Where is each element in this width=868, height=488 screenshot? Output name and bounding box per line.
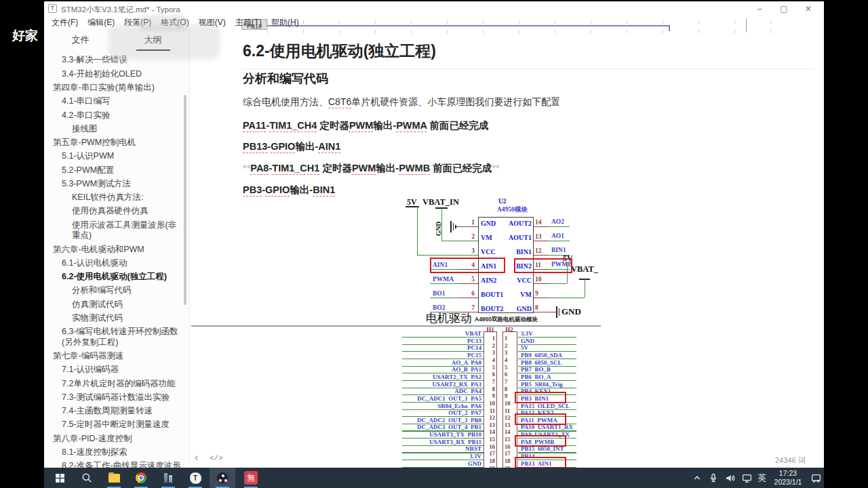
taskbar-file-explorer[interactable] xyxy=(101,468,127,488)
outline-item[interactable]: 5.2-PWM配置 xyxy=(44,163,189,177)
outline-item[interactable]: 7.3-测试编码器计数溢出实验 xyxy=(44,390,189,404)
outline-item[interactable]: 6.3-编写电机转速开环控制函数(另外复制工程) xyxy=(44,325,189,350)
source-code-mode-icon[interactable]: </> xyxy=(210,454,223,462)
outline-item[interactable]: 7.5-定时器中断定时测量速度 xyxy=(44,418,189,432)
outline-item[interactable]: 4.1-串口编写 xyxy=(44,95,189,108)
titlebar[interactable]: T STM32小车V3.1笔记.md* - Typora – ▢ ✕ xyxy=(44,1,824,16)
outline-item[interactable]: 4.2-串口实验 xyxy=(44,108,189,122)
h2-pin-number: 6 xyxy=(505,371,515,378)
power-label-vbat-right: VBAT_ xyxy=(571,264,598,274)
wire-5vr-h xyxy=(548,283,567,284)
outline-item[interactable]: 7.4-主函数周期测量转速 xyxy=(44,405,189,418)
intro-paragraph: 综合电机使用方法、C8T6单片机硬件资源、小车原理图我们要进行如下配置 xyxy=(243,96,560,108)
misspelled-text: AIN1 xyxy=(318,141,340,152)
outline-item[interactable]: 使用示波器工具测量波形(非重点) xyxy=(44,218,189,243)
tray-ime-language[interactable]: 英 xyxy=(755,468,770,488)
outline-item[interactable]: 5.1-认识PWM xyxy=(44,150,189,163)
h1-pin-number: 11 xyxy=(485,407,495,414)
tray-notifications[interactable] xyxy=(808,468,824,488)
misspelled-text: BIN1 xyxy=(313,184,335,195)
pin-lead xyxy=(534,241,548,241)
clock-date: 2023/1/1 xyxy=(774,478,802,487)
h2-row-label: PB5 SR04_Trig xyxy=(521,381,563,388)
taskbar-chrome[interactable] xyxy=(128,468,154,488)
text-segment: 定时器 xyxy=(317,120,349,131)
maximize-button[interactable]: ▢ xyxy=(774,3,794,14)
menu-item-帮助[interactable]: 帮助(H) xyxy=(268,16,302,28)
highlight-box xyxy=(515,457,566,468)
h2-row-label: PB9 6050_SDA xyxy=(521,352,562,359)
pin-number: 6 xyxy=(462,290,475,297)
outline-item[interactable]: 8.2-准备工作-曲线显示速度波形 xyxy=(44,460,189,468)
taskbar-search-button[interactable] xyxy=(74,468,100,488)
menu-item-文件[interactable]: 文件(F) xyxy=(48,16,81,28)
chip-pin-name: BIN1 xyxy=(488,248,532,256)
h2-pin-number: 1 xyxy=(505,335,515,342)
taskbar-wu-app[interactable]: 無 xyxy=(238,468,264,488)
tray-microphone[interactable] xyxy=(706,468,721,488)
h1-row-label: PC15 xyxy=(393,352,481,359)
keil-icon xyxy=(163,472,174,483)
tray-volume[interactable] xyxy=(722,468,737,488)
outline-item[interactable]: 8.1-速度控制探索 xyxy=(44,446,189,460)
h1-pin-number: 10 xyxy=(485,400,495,407)
sidebar-tab-文件[interactable]: 文件 xyxy=(44,28,117,50)
close-button[interactable]: ✕ xyxy=(798,3,818,14)
pin-lead xyxy=(534,226,548,227)
gnd-label-left: GND xyxy=(435,222,442,236)
tray-clock[interactable]: 17:23 2023/1/1 xyxy=(770,468,806,488)
taskbar-keil[interactable] xyxy=(155,468,181,488)
outline-item[interactable]: 3.4-开始初始化OLED xyxy=(44,67,189,81)
h1-row-label: AO_A PA0 xyxy=(393,359,481,366)
sidebar-scrollbar[interactable] xyxy=(184,95,186,305)
menu-item-主题[interactable]: 主题(T) xyxy=(232,16,265,28)
outline-item[interactable]: 第四章-串口实验(简单输出) xyxy=(44,81,189,95)
outline-item[interactable]: 接线图 xyxy=(44,122,189,136)
tray-expand-chevron[interactable] xyxy=(690,468,705,488)
tray-display[interactable] xyxy=(739,468,754,488)
gnd-wire-right xyxy=(534,312,556,312)
typora-icon: T xyxy=(190,472,201,484)
outline-item[interactable]: 5.3-PWM测试方法 xyxy=(44,178,189,191)
outline-item[interactable]: 实物测试代码 xyxy=(44,312,189,325)
h1-pin-number: 5 xyxy=(485,364,495,371)
h2-row-label: PA10 USART1_RX xyxy=(521,424,573,430)
outline-item[interactable]: 6.1-认识电机驱动 xyxy=(44,256,189,270)
h1-pin-number: 6 xyxy=(485,371,495,378)
editor-pane[interactable]: PB10 6.2-使用电机驱动(独立工程) 分析和编写代码 综合电机使用方法、C… xyxy=(190,16,824,468)
pin-number: 8 xyxy=(535,304,547,311)
text-segment: 前面已经完成 xyxy=(430,163,492,174)
h1-row-label: PC13 xyxy=(393,338,481,344)
outline-item[interactable]: 7.2单片机定时器的编码器功能 xyxy=(44,377,189,390)
outline-item[interactable]: 第八章-PID-速度控制 xyxy=(44,432,189,445)
h2-pin-number: 8 xyxy=(505,386,515,392)
minimize-button[interactable]: – xyxy=(749,3,770,14)
outline-item[interactable]: 7.1-认识编码器 xyxy=(44,363,189,377)
h1-row-label: NRST xyxy=(393,445,481,452)
h2-pin-number: 16 xyxy=(505,443,515,450)
outline-item[interactable]: 第六章-电机驱动和PWM xyxy=(44,243,189,256)
h1-row-label: USART3_TX PB10 xyxy=(393,431,481,438)
pin-lead xyxy=(534,298,548,298)
taskbar: T 無 xyxy=(44,468,824,488)
outline-item[interactable]: 第五章-PWM控制电机 xyxy=(44,136,189,150)
h2-row-label: PA15 OLED_SCL xyxy=(521,403,570,409)
h1-pin-number: 8 xyxy=(485,386,495,392)
gnd-symbol xyxy=(450,221,452,232)
outline-item[interactable]: 仿真测试代码 xyxy=(44,298,189,311)
outline-item[interactable]: KEIL软件仿真方法: xyxy=(44,191,189,205)
typora-app-icon: T xyxy=(48,4,57,13)
wire-vbatr-h xyxy=(548,298,585,298)
chip-pin-name: AOUT1 xyxy=(488,234,532,241)
outline-item[interactable]: 第七章-编码器测速 xyxy=(44,350,189,363)
taskbar-obs-active[interactable] xyxy=(210,468,235,488)
gnd-wire xyxy=(456,226,478,227)
outline-item[interactable]: 使用仿真器硬件仿真 xyxy=(44,205,189,218)
taskbar-typora[interactable]: T xyxy=(182,468,208,488)
outline-item[interactable]: 6.2-使用电机驱动(独立工程) xyxy=(44,270,189,284)
net-label: BIN1 xyxy=(551,247,566,253)
outline-item[interactable]: 分析和编写代码 xyxy=(44,284,189,298)
sidebar-collapse-icon[interactable]: ‹ xyxy=(195,451,198,464)
h1-row-label: USART3_RX PB11 xyxy=(393,439,481,445)
start-button[interactable] xyxy=(47,468,73,488)
